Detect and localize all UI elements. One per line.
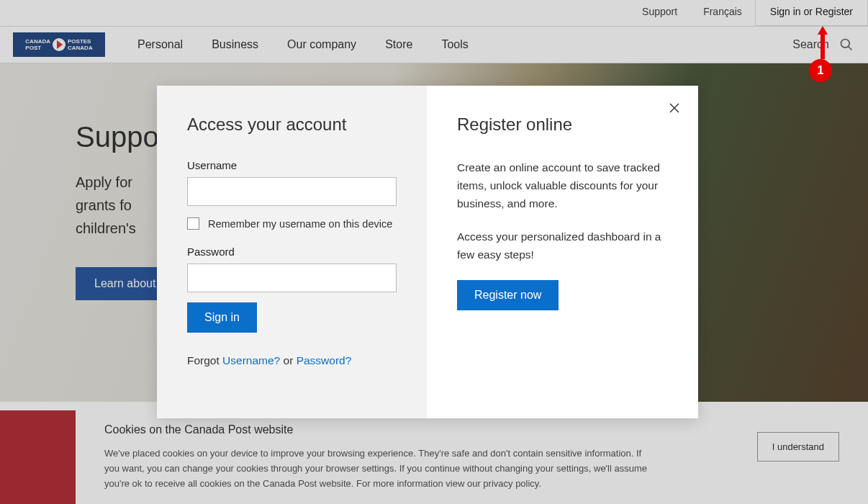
username-input[interactable] [187, 177, 397, 206]
register-title: Register online [457, 114, 668, 135]
forgot-row: Forgot Username? or Password? [187, 354, 397, 367]
annotation-arrow [818, 26, 828, 35]
password-input[interactable] [187, 264, 397, 292]
annotation-badge: 1 [809, 59, 832, 82]
register-p2: Access your personalized dashboard in a … [457, 228, 668, 264]
remember-checkbox[interactable] [187, 217, 199, 230]
register-p1: Create an online account to save tracked… [457, 159, 668, 212]
forgot-or: or [280, 354, 296, 366]
forgot-username-link[interactable]: Username? [222, 354, 280, 366]
forgot-prefix: Forgot [187, 354, 222, 366]
modal-register-panel: Register online Create an online account… [427, 86, 698, 418]
username-label: Username [187, 159, 397, 171]
close-icon[interactable] [668, 102, 681, 117]
modal-signin-panel: Access your account Username Remember my… [157, 86, 427, 418]
password-label: Password [187, 246, 397, 258]
signin-button[interactable]: Sign in [187, 302, 257, 333]
signin-modal: Access your account Username Remember my… [157, 86, 698, 418]
access-account-title: Access your account [187, 114, 397, 135]
register-now-button[interactable]: Register now [457, 280, 559, 310]
forgot-password-link[interactable]: Password? [297, 354, 352, 366]
remember-label: Remember my username on this device [208, 218, 392, 230]
